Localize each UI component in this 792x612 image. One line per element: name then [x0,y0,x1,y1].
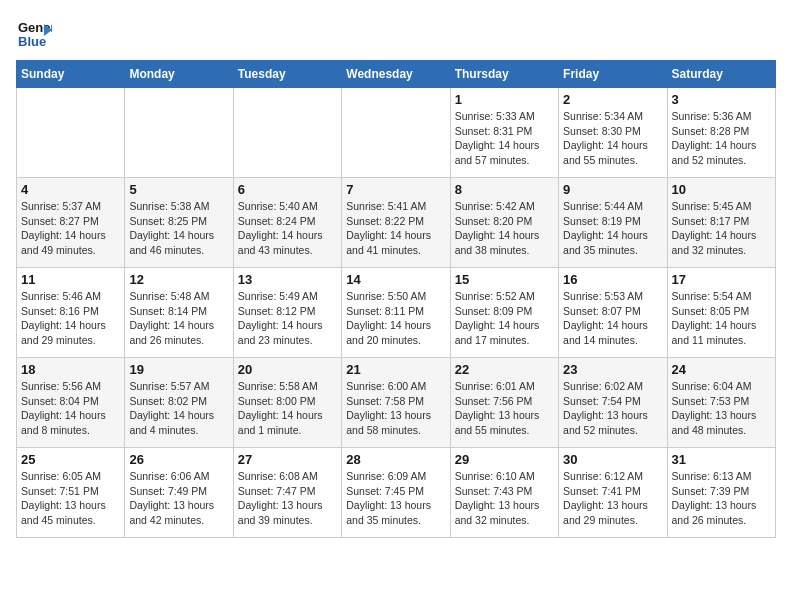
weekday-header-wednesday: Wednesday [342,61,450,88]
day-number: 27 [238,452,337,467]
day-number: 17 [672,272,771,287]
day-detail: Sunrise: 5:53 AM Sunset: 8:07 PM Dayligh… [563,289,662,348]
day-detail: Sunrise: 5:54 AM Sunset: 8:05 PM Dayligh… [672,289,771,348]
calendar-cell: 21Sunrise: 6:00 AM Sunset: 7:58 PM Dayli… [342,358,450,448]
day-number: 20 [238,362,337,377]
calendar-cell: 23Sunrise: 6:02 AM Sunset: 7:54 PM Dayli… [559,358,667,448]
calendar-cell [233,88,341,178]
weekday-header-sunday: Sunday [17,61,125,88]
day-number: 16 [563,272,662,287]
calendar-cell: 24Sunrise: 6:04 AM Sunset: 7:53 PM Dayli… [667,358,775,448]
calendar-cell: 14Sunrise: 5:50 AM Sunset: 8:11 PM Dayli… [342,268,450,358]
day-number: 23 [563,362,662,377]
page-header: General Blue [16,16,776,52]
calendar-cell: 28Sunrise: 6:09 AM Sunset: 7:45 PM Dayli… [342,448,450,538]
calendar-cell: 26Sunrise: 6:06 AM Sunset: 7:49 PM Dayli… [125,448,233,538]
day-detail: Sunrise: 5:40 AM Sunset: 8:24 PM Dayligh… [238,199,337,258]
day-detail: Sunrise: 5:56 AM Sunset: 8:04 PM Dayligh… [21,379,120,438]
day-number: 12 [129,272,228,287]
logo-icon: General Blue [16,16,52,52]
calendar-cell: 17Sunrise: 5:54 AM Sunset: 8:05 PM Dayli… [667,268,775,358]
day-number: 22 [455,362,554,377]
calendar-cell: 12Sunrise: 5:48 AM Sunset: 8:14 PM Dayli… [125,268,233,358]
calendar-cell: 22Sunrise: 6:01 AM Sunset: 7:56 PM Dayli… [450,358,558,448]
day-number: 7 [346,182,445,197]
day-detail: Sunrise: 5:36 AM Sunset: 8:28 PM Dayligh… [672,109,771,168]
day-number: 25 [21,452,120,467]
day-detail: Sunrise: 6:01 AM Sunset: 7:56 PM Dayligh… [455,379,554,438]
calendar-cell: 11Sunrise: 5:46 AM Sunset: 8:16 PM Dayli… [17,268,125,358]
day-detail: Sunrise: 5:46 AM Sunset: 8:16 PM Dayligh… [21,289,120,348]
calendar-cell: 16Sunrise: 5:53 AM Sunset: 8:07 PM Dayli… [559,268,667,358]
day-detail: Sunrise: 5:37 AM Sunset: 8:27 PM Dayligh… [21,199,120,258]
day-detail: Sunrise: 5:38 AM Sunset: 8:25 PM Dayligh… [129,199,228,258]
day-detail: Sunrise: 6:09 AM Sunset: 7:45 PM Dayligh… [346,469,445,528]
day-number: 30 [563,452,662,467]
day-detail: Sunrise: 6:13 AM Sunset: 7:39 PM Dayligh… [672,469,771,528]
calendar-cell: 2Sunrise: 5:34 AM Sunset: 8:30 PM Daylig… [559,88,667,178]
day-number: 13 [238,272,337,287]
weekday-header-monday: Monday [125,61,233,88]
calendar-cell: 19Sunrise: 5:57 AM Sunset: 8:02 PM Dayli… [125,358,233,448]
calendar-week-1: 1Sunrise: 5:33 AM Sunset: 8:31 PM Daylig… [17,88,776,178]
weekday-header-saturday: Saturday [667,61,775,88]
calendar-cell: 9Sunrise: 5:44 AM Sunset: 8:19 PM Daylig… [559,178,667,268]
day-detail: Sunrise: 6:05 AM Sunset: 7:51 PM Dayligh… [21,469,120,528]
day-detail: Sunrise: 5:48 AM Sunset: 8:14 PM Dayligh… [129,289,228,348]
calendar-cell: 18Sunrise: 5:56 AM Sunset: 8:04 PM Dayli… [17,358,125,448]
calendar-cell: 10Sunrise: 5:45 AM Sunset: 8:17 PM Dayli… [667,178,775,268]
calendar-cell: 6Sunrise: 5:40 AM Sunset: 8:24 PM Daylig… [233,178,341,268]
day-detail: Sunrise: 6:10 AM Sunset: 7:43 PM Dayligh… [455,469,554,528]
day-number: 21 [346,362,445,377]
weekday-header-tuesday: Tuesday [233,61,341,88]
day-detail: Sunrise: 5:33 AM Sunset: 8:31 PM Dayligh… [455,109,554,168]
day-number: 8 [455,182,554,197]
day-number: 10 [672,182,771,197]
day-number: 5 [129,182,228,197]
weekday-header-friday: Friday [559,61,667,88]
day-detail: Sunrise: 6:08 AM Sunset: 7:47 PM Dayligh… [238,469,337,528]
calendar-cell: 3Sunrise: 5:36 AM Sunset: 8:28 PM Daylig… [667,88,775,178]
day-detail: Sunrise: 5:44 AM Sunset: 8:19 PM Dayligh… [563,199,662,258]
logo: General Blue [16,16,56,52]
calendar-cell: 15Sunrise: 5:52 AM Sunset: 8:09 PM Dayli… [450,268,558,358]
calendar-cell: 20Sunrise: 5:58 AM Sunset: 8:00 PM Dayli… [233,358,341,448]
calendar-cell: 13Sunrise: 5:49 AM Sunset: 8:12 PM Dayli… [233,268,341,358]
calendar-cell [17,88,125,178]
svg-text:Blue: Blue [18,34,46,49]
day-detail: Sunrise: 5:58 AM Sunset: 8:00 PM Dayligh… [238,379,337,438]
calendar-week-4: 18Sunrise: 5:56 AM Sunset: 8:04 PM Dayli… [17,358,776,448]
day-detail: Sunrise: 6:00 AM Sunset: 7:58 PM Dayligh… [346,379,445,438]
calendar-week-2: 4Sunrise: 5:37 AM Sunset: 8:27 PM Daylig… [17,178,776,268]
calendar-body: 1Sunrise: 5:33 AM Sunset: 8:31 PM Daylig… [17,88,776,538]
day-number: 15 [455,272,554,287]
day-detail: Sunrise: 6:12 AM Sunset: 7:41 PM Dayligh… [563,469,662,528]
day-number: 6 [238,182,337,197]
day-detail: Sunrise: 5:34 AM Sunset: 8:30 PM Dayligh… [563,109,662,168]
calendar-cell [342,88,450,178]
day-number: 9 [563,182,662,197]
day-number: 1 [455,92,554,107]
day-number: 31 [672,452,771,467]
day-detail: Sunrise: 6:06 AM Sunset: 7:49 PM Dayligh… [129,469,228,528]
weekday-header-row: SundayMondayTuesdayWednesdayThursdayFrid… [17,61,776,88]
day-number: 29 [455,452,554,467]
day-number: 4 [21,182,120,197]
calendar-cell: 4Sunrise: 5:37 AM Sunset: 8:27 PM Daylig… [17,178,125,268]
calendar-cell: 30Sunrise: 6:12 AM Sunset: 7:41 PM Dayli… [559,448,667,538]
day-detail: Sunrise: 5:57 AM Sunset: 8:02 PM Dayligh… [129,379,228,438]
day-detail: Sunrise: 5:52 AM Sunset: 8:09 PM Dayligh… [455,289,554,348]
calendar-cell: 27Sunrise: 6:08 AM Sunset: 7:47 PM Dayli… [233,448,341,538]
calendar-week-5: 25Sunrise: 6:05 AM Sunset: 7:51 PM Dayli… [17,448,776,538]
day-number: 14 [346,272,445,287]
day-detail: Sunrise: 5:49 AM Sunset: 8:12 PM Dayligh… [238,289,337,348]
day-number: 19 [129,362,228,377]
calendar-cell: 8Sunrise: 5:42 AM Sunset: 8:20 PM Daylig… [450,178,558,268]
day-detail: Sunrise: 5:41 AM Sunset: 8:22 PM Dayligh… [346,199,445,258]
calendar-cell: 29Sunrise: 6:10 AM Sunset: 7:43 PM Dayli… [450,448,558,538]
day-number: 26 [129,452,228,467]
day-detail: Sunrise: 5:50 AM Sunset: 8:11 PM Dayligh… [346,289,445,348]
calendar-table: SundayMondayTuesdayWednesdayThursdayFrid… [16,60,776,538]
day-number: 24 [672,362,771,377]
day-number: 28 [346,452,445,467]
